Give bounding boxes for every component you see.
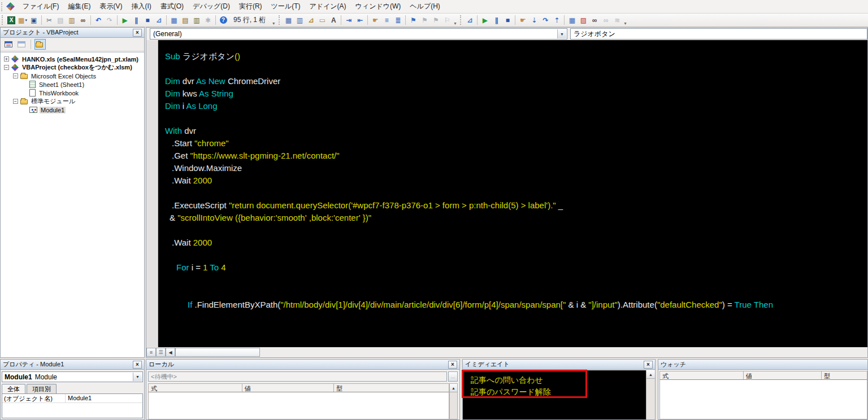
break-icon[interactable]: ∥ (131, 15, 142, 26)
menu-item-2[interactable]: 表示(V) (95, 0, 127, 13)
step-over-icon[interactable]: ↷ (540, 15, 551, 26)
quick-info-icon[interactable]: ⊿ (305, 15, 316, 26)
locals-scrollbar[interactable]: ▲ (449, 383, 458, 419)
close-icon[interactable]: × (133, 361, 142, 369)
tab-categorized[interactable]: 項目別 (27, 384, 57, 393)
breakpoint-margin[interactable] (146, 40, 158, 347)
previous-bookmark-icon[interactable]: ⚑ (430, 15, 441, 26)
complete-word-icon[interactable]: A (328, 15, 339, 26)
toolbar-options-chevron[interactable]: ▾ (271, 15, 277, 26)
toolbar-drag-handle[interactable] (279, 15, 281, 25)
design-mode-icon[interactable]: ⊿ (153, 15, 164, 26)
locals-body[interactable] (148, 392, 449, 419)
procedure-view-button[interactable]: ≡ (146, 348, 156, 357)
column-type[interactable]: 型 (334, 384, 449, 392)
collapse-icon[interactable]: − (13, 73, 18, 78)
immediate-titlebar[interactable]: イミディエイト × (463, 360, 655, 370)
immediate-content[interactable]: 記事への問い合わせ記事のパスワード解除 (463, 370, 646, 419)
outdent-icon[interactable]: ⇤ (354, 15, 366, 26)
toolbar-options-chevron[interactable]: ▾ (453, 15, 458, 26)
tree-item[interactable]: Sheet1 (Sheet1) (1, 80, 144, 89)
chevron-down-icon[interactable]: ▼ (133, 373, 142, 381)
toggle-bookmark-icon[interactable]: ⚑ (407, 15, 419, 26)
expand-icon[interactable]: + (4, 56, 9, 62)
clear-bookmarks-icon[interactable]: ⚐ (441, 15, 453, 26)
call-stack-icon[interactable]: ≋ (611, 15, 623, 26)
toolbox-icon[interactable]: ✱ (202, 15, 214, 26)
watch-body[interactable] (659, 380, 867, 419)
locals-more-button[interactable]: ... (448, 371, 458, 382)
toolbar-options-chevron[interactable]: ▾ (623, 15, 628, 26)
object-browser-icon[interactable]: ▥ (191, 15, 202, 26)
column-type[interactable]: 型 (822, 371, 867, 379)
toggle-folders-button[interactable] (34, 39, 46, 50)
parameter-info-icon[interactable]: ▭ (316, 15, 328, 26)
insert-userform-icon[interactable]: ▦▾ (17, 15, 28, 26)
column-value[interactable]: 値 (744, 371, 822, 379)
cut-icon[interactable]: ✂ (44, 15, 55, 26)
menu-item-8[interactable]: アドイン(A) (305, 0, 350, 13)
toolbar-drag-handle[interactable] (2, 15, 4, 25)
step-out-icon[interactable]: ⇡ (551, 15, 562, 26)
toolbar-drag-handle[interactable] (460, 15, 462, 25)
tree-item[interactable]: ThisWorkbook (1, 89, 144, 97)
immediate-scrollbar[interactable]: ▲ (646, 370, 655, 419)
menu-item-3[interactable]: 挿入(I) (127, 0, 155, 13)
watch-window-icon[interactable]: ∞ (589, 15, 600, 26)
run-icon[interactable]: ▶ (479, 15, 491, 26)
help-icon[interactable]: ? (218, 15, 229, 26)
quick-watch-icon[interactable]: ∞ (600, 15, 611, 26)
properties-object-dropdown[interactable]: Module1 Module ▼ (2, 371, 143, 382)
list-constants-icon[interactable]: ▥ (294, 15, 305, 26)
column-value[interactable]: 値 (242, 384, 334, 392)
object-dropdown[interactable]: (General) ▼ (150, 28, 567, 40)
toggle-breakpoint-icon[interactable]: ☛ (370, 15, 381, 26)
column-expression[interactable]: 式 (149, 384, 242, 392)
tab-alphabetic[interactable]: 全体 (2, 384, 25, 393)
tree-item[interactable]: Module1 (1, 106, 144, 114)
design-mode-icon[interactable]: ⊿ (464, 15, 475, 26)
save-icon[interactable]: ▣ (28, 15, 40, 26)
menu-item-5[interactable]: デバッグ(D) (188, 0, 235, 13)
uncomment-block-icon[interactable]: ≣ (392, 15, 403, 26)
property-row[interactable]: (オブジェクト名) Module1 (2, 394, 142, 403)
tree-item[interactable]: −標準モジュール (1, 97, 144, 106)
code-editor[interactable]: Sub ラジオボタン() Dim dvr As New ChromeDriver… (158, 40, 867, 347)
excel-icon[interactable]: X (6, 15, 17, 26)
toggle-breakpoint-icon[interactable]: ☛ (517, 15, 528, 26)
column-expression[interactable]: 式 (660, 371, 744, 379)
locals-titlebar[interactable]: ローカル × (146, 360, 459, 370)
menu-item-4[interactable]: 書式(O) (156, 0, 188, 13)
hscroll-thumb[interactable] (175, 348, 260, 357)
project-explorer-icon[interactable]: ▦ (168, 15, 180, 26)
chevron-down-icon[interactable]: ▼ (557, 29, 566, 38)
watch-titlebar[interactable]: ウォッチ (658, 360, 867, 370)
menu-item-0[interactable]: ファイル(F) (18, 0, 63, 13)
scroll-up-icon[interactable]: ▲ (646, 370, 655, 379)
property-value[interactable]: Module1 (66, 394, 142, 403)
reset-icon[interactable]: ■ (142, 15, 153, 26)
locals-window-icon[interactable]: ▦ (566, 15, 578, 26)
view-object-button[interactable] (16, 39, 27, 50)
immediate-window-icon[interactable]: ▨ (578, 15, 589, 26)
break-icon[interactable]: ∥ (491, 15, 502, 26)
properties-titlebar[interactable]: プロパティ - Module1 × (1, 360, 144, 370)
tree-item[interactable]: −Microsoft Excel Objects (1, 72, 144, 80)
reset-icon[interactable]: ■ (502, 15, 513, 26)
menu-item-6[interactable]: 実行(R) (235, 0, 267, 13)
copy-icon[interactable]: ▤ (55, 15, 66, 26)
menubar-drag-handle[interactable] (1, 2, 3, 11)
properties-window-icon[interactable]: ▤ (180, 15, 191, 26)
close-icon[interactable]: × (133, 29, 142, 37)
menu-item-7[interactable]: ツール(T) (267, 0, 305, 13)
list-properties-icon[interactable]: ▦ (283, 15, 294, 26)
project-explorer-titlebar[interactable]: プロジェクト - VBAProject × (1, 28, 144, 38)
scroll-up-icon[interactable]: ▲ (450, 384, 457, 392)
hscroll-left-icon[interactable]: ◀ (166, 348, 175, 357)
collapse-icon[interactable]: − (13, 99, 18, 104)
run-icon[interactable]: ▶ (119, 15, 131, 26)
comment-block-icon[interactable]: ≡ (381, 15, 392, 26)
redo-icon[interactable]: ↷ (104, 15, 115, 26)
undo-icon[interactable]: ↶ (93, 15, 104, 26)
next-bookmark-icon[interactable]: ⚑ (419, 15, 430, 26)
